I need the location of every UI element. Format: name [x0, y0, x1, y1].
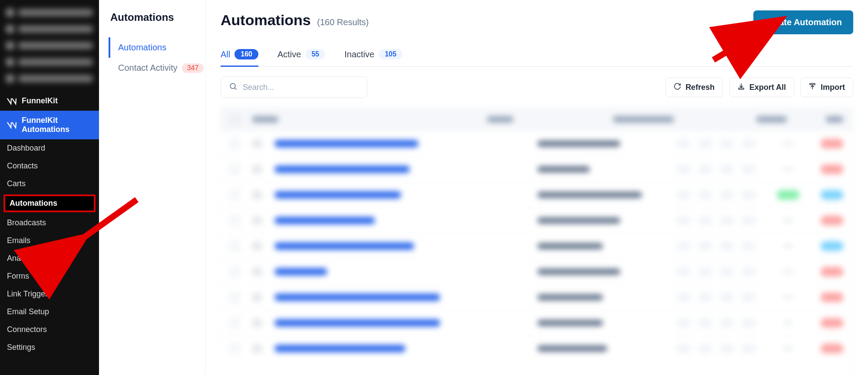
filter-all-label: All	[221, 49, 230, 59]
wp-admin-sidebar: FunnelKit FunnelKit Automations Dashboar…	[0, 0, 99, 375]
filter-inactive-count: 105	[379, 49, 403, 59]
import-icon	[809, 82, 816, 92]
sidebar-sub-dashboard[interactable]: Dashboard	[0, 139, 99, 157]
sidebar-sub-forms[interactable]: Forms	[0, 267, 99, 285]
inner-tab-contact-activity-label: Contact Activity	[118, 63, 178, 73]
refresh-button[interactable]: Refresh	[665, 78, 723, 97]
sidebar-funnelkit-label: FunnelKit	[22, 96, 58, 105]
filter-all-count: 160	[234, 49, 258, 59]
refresh-icon	[673, 82, 681, 92]
sidebar-sub-contacts[interactable]: Contacts	[0, 157, 99, 175]
export-icon	[737, 82, 745, 92]
inner-panel-title: Automations	[110, 11, 205, 23]
automations-table-blurred	[221, 108, 853, 375]
sidebar-sub-analytics[interactable]: Analytics	[0, 250, 99, 267]
page-result-count: (160 Results)	[317, 17, 369, 27]
funnelkit-logo-icon	[7, 97, 17, 105]
refresh-label: Refresh	[686, 83, 715, 92]
create-automation-button[interactable]: Create Automation	[753, 10, 853, 34]
filter-inactive-label: Inactive	[344, 49, 374, 59]
svg-rect-2	[739, 88, 744, 89]
search-wrapper[interactable]	[221, 76, 367, 98]
filter-tab-active[interactable]: Active 55	[277, 44, 325, 67]
filter-tab-all[interactable]: All 160	[221, 44, 258, 67]
filter-tab-inactive[interactable]: Inactive 105	[344, 44, 403, 67]
search-icon	[229, 82, 238, 92]
import-button[interactable]: Import	[800, 78, 853, 97]
import-label: Import	[821, 83, 845, 92]
export-all-button[interactable]: Export All	[729, 78, 794, 97]
sidebar-funnelkit-automations-label: FunnelKit Automations	[22, 116, 92, 134]
export-all-label: Export All	[749, 83, 786, 92]
inner-left-panel: Automations Automations Contact Activity…	[99, 0, 206, 375]
svg-point-0	[230, 83, 235, 89]
sidebar-sub-emails[interactable]: Emails	[0, 232, 99, 250]
svg-rect-3	[810, 83, 815, 85]
svg-line-1	[235, 88, 237, 90]
sidebar-sub-connectors[interactable]: Connectors	[0, 321, 99, 339]
sidebar-item-funnelkit[interactable]: FunnelKit	[0, 91, 99, 111]
sidebar-sub-automations[interactable]: Automations	[3, 194, 96, 212]
wp-admin-blurred-menu	[0, 0, 99, 91]
inner-tab-contact-activity[interactable]: Contact Activity 347	[109, 58, 205, 78]
search-input[interactable]	[243, 83, 359, 92]
page-title: Automations	[221, 12, 311, 28]
filter-active-label: Active	[277, 49, 301, 59]
inner-tab-automations-label: Automations	[118, 43, 166, 53]
inner-tab-automations[interactable]: Automations	[109, 37, 205, 58]
sidebar-sub-link-triggers[interactable]: Link Triggers	[0, 285, 99, 303]
sidebar-sub-settings[interactable]: Settings	[0, 339, 99, 356]
sidebar-sub-carts[interactable]: Carts	[0, 175, 99, 193]
contact-activity-count-badge: 347	[182, 63, 204, 73]
sidebar-item-funnelkit-automations[interactable]: FunnelKit Automations	[0, 111, 99, 139]
filter-tabs: All 160 Active 55 Inactive 105	[221, 44, 853, 67]
funnelkit-automations-logo-icon	[7, 121, 17, 129]
filter-active-count: 55	[305, 49, 325, 59]
sidebar-sub-email-setup[interactable]: Email Setup	[0, 303, 99, 321]
sidebar-sub-broadcasts[interactable]: Broadcasts	[0, 214, 99, 232]
main-content: Automations (160 Results) Create Automat…	[206, 0, 868, 375]
